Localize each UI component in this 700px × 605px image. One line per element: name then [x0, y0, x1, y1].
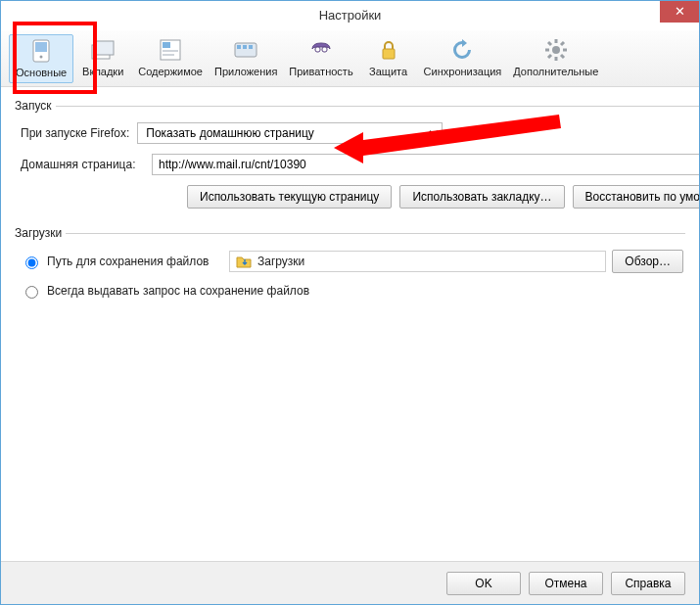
- svg-line-21: [548, 42, 551, 45]
- general-icon: [27, 37, 55, 65]
- tab-label: Приватность: [289, 66, 352, 77]
- window-title: Настройки: [319, 8, 382, 23]
- downloads-group: Загрузки Путь для сохранения файлов Загр…: [15, 226, 685, 312]
- use-bookmark-button[interactable]: Использовать закладку…: [399, 185, 564, 209]
- tab-security[interactable]: Защита: [359, 34, 418, 81]
- tab-label: Вкладки: [82, 66, 123, 77]
- ok-button[interactable]: OK: [446, 572, 521, 595]
- svg-rect-4: [96, 41, 114, 55]
- tab-label: Основные: [16, 67, 67, 78]
- toolbar: Основные Вкладки Содержимое Приложения П…: [1, 30, 699, 87]
- svg-rect-12: [249, 45, 253, 49]
- content-area: Запуск При запуске Firefox: Показать дом…: [1, 87, 699, 338]
- footer: OK Отмена Справка: [1, 561, 699, 604]
- applications-icon: [232, 36, 259, 64]
- security-icon: [375, 36, 402, 64]
- tab-privacy[interactable]: Приватность: [283, 34, 358, 81]
- svg-line-22: [561, 55, 564, 58]
- tab-advanced[interactable]: Дополнительные: [507, 34, 604, 81]
- browse-button[interactable]: Обзор…: [612, 250, 683, 273]
- save-to-radio[interactable]: [25, 256, 38, 269]
- tab-label: Содержимое: [138, 66, 203, 77]
- tabs-icon: [89, 36, 117, 64]
- when-firefox-starts-select[interactable]: Показать домашнюю страницу: [137, 122, 443, 144]
- always-ask-radio[interactable]: [25, 286, 38, 299]
- use-current-page-button[interactable]: Использовать текущую страницу: [187, 185, 392, 209]
- startup-group: Запуск При запуске Firefox: Показать дом…: [15, 99, 700, 212]
- svg-point-2: [40, 56, 43, 59]
- homepage-input[interactable]: [152, 154, 700, 175]
- tab-tabs[interactable]: Вкладки: [73, 34, 132, 81]
- sync-icon: [448, 36, 476, 64]
- svg-rect-10: [237, 45, 241, 49]
- downloads-folder-name: Загрузки: [257, 255, 304, 268]
- tab-label: Защита: [369, 66, 407, 77]
- svg-line-23: [548, 55, 551, 58]
- cancel-button[interactable]: Отмена: [529, 572, 603, 595]
- tab-label: Синхронизация: [424, 66, 502, 77]
- when-firefox-starts-label: При запуске Firefox:: [21, 126, 129, 140]
- svg-rect-11: [243, 45, 247, 49]
- close-icon: ✕: [675, 4, 685, 19]
- svg-rect-14: [322, 47, 327, 52]
- homepage-label: Домашняя страница:: [21, 158, 144, 171]
- svg-point-16: [552, 46, 560, 54]
- always-ask-label: Всегда выдавать запрос на сохранение фай…: [47, 284, 309, 298]
- tab-content[interactable]: Содержимое: [132, 34, 209, 81]
- tab-label: Приложения: [214, 66, 277, 77]
- help-button[interactable]: Справка: [611, 572, 685, 595]
- tab-sync[interactable]: Синхронизация: [418, 34, 508, 81]
- folder-icon: [236, 255, 252, 268]
- close-button[interactable]: ✕: [660, 1, 699, 23]
- tab-general[interactable]: Основные: [9, 34, 73, 83]
- svg-rect-13: [315, 47, 320, 52]
- svg-rect-1: [35, 42, 47, 52]
- startup-legend: Запуск: [15, 99, 56, 113]
- svg-rect-6: [163, 42, 170, 48]
- titlebar: Настройки ✕: [1, 1, 699, 30]
- svg-rect-15: [383, 49, 395, 59]
- privacy-icon: [307, 36, 335, 64]
- svg-rect-8: [163, 54, 174, 56]
- downloads-folder-display: Загрузки: [229, 251, 606, 272]
- restore-default-button[interactable]: Восстановить по умолчанию: [573, 185, 700, 209]
- advanced-icon: [542, 36, 570, 64]
- tab-label: Дополнительные: [513, 66, 598, 77]
- content-icon: [157, 36, 184, 64]
- svg-rect-7: [163, 50, 178, 52]
- save-to-label: Путь для сохранения файлов: [47, 255, 223, 268]
- tab-applications[interactable]: Приложения: [209, 34, 283, 81]
- svg-line-24: [561, 42, 564, 45]
- downloads-legend: Загрузки: [15, 226, 66, 240]
